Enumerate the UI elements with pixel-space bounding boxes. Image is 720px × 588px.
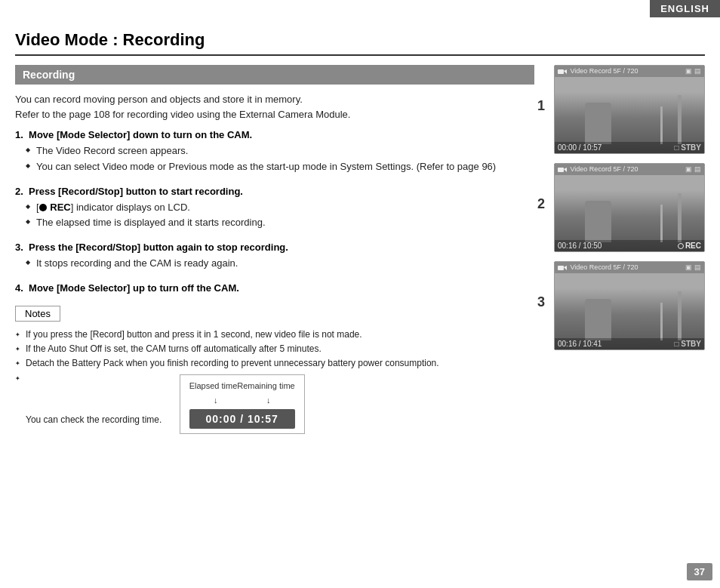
svg-marker-3	[564, 168, 567, 172]
camera-screenshot-2: 2 Video Record 5F / 720 ▣ ▤	[554, 163, 705, 252]
step-2-bullet-2: The elapsed time is displayed and it sta…	[29, 215, 534, 231]
left-column: Recording You can record moving person a…	[15, 65, 542, 434]
step-1-bullet-1: The Video Record screen appears.	[29, 143, 534, 159]
step-1-title: Move [Mode Selector] down to turn on the…	[29, 129, 252, 140]
camera-screenshot-3: 3 Video Record 5F / 720 ▣ ▤	[554, 261, 705, 350]
step-2: 2. Press [Record/Stop] button to start r…	[15, 186, 534, 232]
cam-2-number: 2	[537, 196, 545, 212]
notes-label: Notes	[15, 306, 60, 322]
svg-rect-2	[558, 168, 564, 172]
step-2-title: Press [Record/Stop] button to start reco…	[29, 186, 243, 197]
cam-3-top-bar: Video Record 5F / 720 ▣ ▤	[555, 262, 704, 273]
intro-text: You can record moving person and objects…	[15, 92, 534, 122]
cam-2-label: Video Record 5F / 720	[558, 165, 638, 174]
cam-2-time: 00:16 / 10:50	[558, 242, 602, 250]
step-4: 4. Move [Mode Selector] up to turn off t…	[15, 282, 534, 294]
cam-1-bottom-bar: 00:00 / 10:57 □ STBY	[555, 142, 704, 153]
note-4: You can check the recording time. Elapse…	[15, 371, 534, 435]
remaining-arrow: ↓	[266, 394, 271, 408]
step-3-title: Press the [Record/Stop] button again to …	[29, 242, 288, 253]
language-badge: ENGLISH	[650, 0, 720, 17]
step-4-title: Move [Mode Selector] up to turn off the …	[29, 282, 239, 294]
svg-rect-4	[558, 266, 564, 270]
svg-marker-1	[564, 69, 567, 74]
section-header: Recording	[15, 65, 534, 85]
svg-rect-0	[558, 69, 564, 74]
cam-2-top-bar: Video Record 5F / 720 ▣ ▤	[555, 164, 704, 175]
step-4-number: 4.	[15, 282, 23, 294]
elapsed-time-diagram: Elapsed time Remaining time ↓ ↓ 00:00 / …	[180, 374, 305, 435]
cam-3-icons: ▣ ▤	[685, 263, 701, 271]
cam-2-icons: ▣ ▤	[685, 165, 701, 173]
note-1: If you press the [Record] button and pre…	[15, 328, 534, 342]
cam-3-number: 3	[537, 294, 545, 310]
cam-1-time: 00:00 / 10:57	[558, 143, 602, 152]
note-3: Detach the Battery Pack when you finish …	[15, 356, 534, 371]
step-1: 1. Move [Mode Selector] down to turn on …	[15, 129, 534, 175]
right-column: 1 Video Record 5F / 720 ▣ ▤	[554, 65, 705, 434]
cam-1-top-bar: Video Record 5F / 720 ▣ ▤	[555, 66, 704, 77]
elapsed-timecode: 00:00 / 10:57	[189, 409, 295, 429]
notes-list: If you press the [Record] button and pre…	[15, 328, 534, 434]
step-3-bullet-1: It stops recording and the CAM is ready …	[29, 256, 534, 272]
step-1-bullets: The Video Record screen appears. You can…	[29, 143, 534, 175]
step-1-bullet-2: You can select Video mode or Previous mo…	[29, 159, 534, 175]
step-3-number: 3.	[15, 242, 23, 253]
page-title: Video Mode : Recording	[15, 30, 705, 56]
elapsed-arrow: ↓	[214, 394, 218, 408]
step-2-number: 2.	[15, 186, 23, 197]
cam-1-status: □ STBY	[675, 143, 702, 152]
note-2: If the Auto Shut Off is set, the CAM tur…	[15, 342, 534, 356]
cam-3-label: Video Record 5F / 720	[558, 263, 638, 272]
step-3: 3. Press the [Record/Stop] button again …	[15, 242, 534, 272]
camera-screenshot-1: 1 Video Record 5F / 720 ▣ ▤	[554, 65, 705, 154]
cam-2-status: REC	[678, 242, 701, 250]
svg-marker-5	[564, 266, 567, 270]
step-3-bullets: It stops recording and the CAM is ready …	[29, 256, 534, 272]
elapsed-label: Elapsed time	[189, 380, 238, 393]
cam-1-number: 1	[537, 98, 545, 114]
step-2-bullet-1: [ REC] indicator displays on LCD.	[29, 200, 534, 216]
cam-3-bottom-bar: 00:16 / 10:41 □ STBY	[555, 338, 704, 349]
page-number: 37	[687, 563, 712, 580]
cam-1-label: Video Record 5F / 720	[558, 67, 638, 75]
notes-section: Notes If you press the [Record] button a…	[15, 306, 534, 434]
cam-3-status: □ STBY	[675, 340, 702, 348]
cam-2-bottom-bar: 00:16 / 10:50 REC	[555, 240, 704, 251]
cam-3-time: 00:16 / 10:41	[558, 340, 602, 348]
step-1-number: 1.	[15, 129, 23, 140]
cam-1-icons: ▣ ▤	[685, 67, 701, 75]
remaining-label: Remaining time	[237, 380, 294, 393]
step-2-bullets: [ REC] indicator displays on LCD. The el…	[29, 200, 534, 232]
